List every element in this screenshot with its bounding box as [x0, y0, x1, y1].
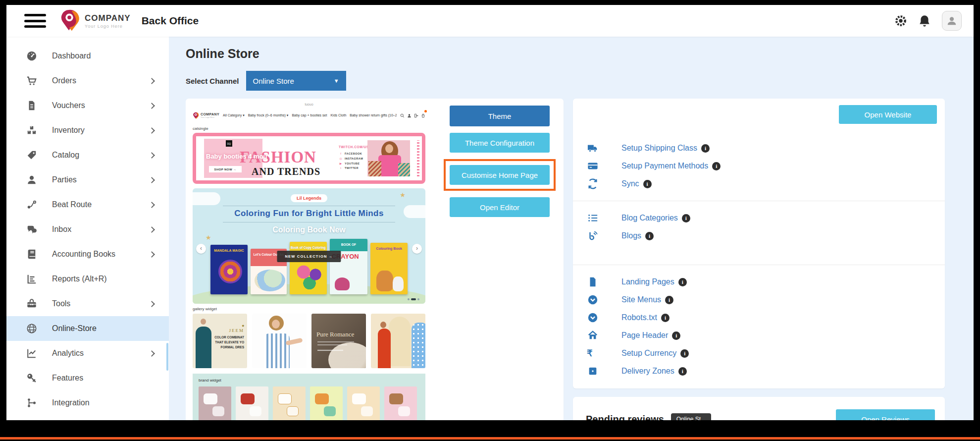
brand-card[interactable]: [347, 386, 380, 420]
sidebar-item-vouchers[interactable]: Vouchers: [6, 93, 169, 118]
site-menus-link[interactable]: Site Menus: [621, 295, 661, 304]
chevron-right-icon: [149, 127, 155, 134]
blogs-link[interactable]: Blogs: [621, 231, 641, 240]
link-row-robots-txt: Robots.txt i: [585, 309, 933, 327]
sidebar-item-inventory[interactable]: Inventory: [6, 118, 169, 143]
sidebar-item-online-store[interactable]: Online-Store: [6, 316, 169, 341]
preview-nav-item[interactable]: Baby shower return gifts (10–25 qty): [350, 113, 397, 117]
brand-card[interactable]: [384, 386, 417, 420]
preview-nav-item[interactable]: Baby frock (0–6 months) ▾: [248, 113, 289, 117]
analytics-line-chart-icon: [26, 348, 37, 359]
info-icon[interactable]: i: [712, 162, 721, 170]
sidebar-item-features[interactable]: Features: [6, 366, 169, 390]
theme-configuration-button[interactable]: Theme Configuration: [450, 133, 550, 153]
sidebar-item-orders[interactable]: Orders: [6, 68, 169, 93]
info-icon[interactable]: i: [678, 367, 687, 376]
preview-nav-item[interactable]: Baby cap + booties set: [292, 113, 327, 117]
info-icon[interactable]: i: [661, 314, 670, 322]
user-avatar[interactable]: [942, 11, 962, 31]
features-key-icon: [26, 373, 37, 384]
sync-link[interactable]: Sync: [621, 179, 639, 188]
link-row-blog-categories: Blog Categories i: [585, 209, 933, 227]
sidebar-item-beat-route[interactable]: Beat Route: [6, 192, 169, 217]
setup-shipping-class-link[interactable]: Setup Shipping Class: [621, 144, 697, 153]
sidebar-item-catalog[interactable]: Catalog: [6, 143, 169, 167]
sidebar-label: Analytics: [52, 349, 84, 358]
setup-payment-methods-link[interactable]: Setup Payment Methods: [621, 162, 708, 170]
open-reviews-button[interactable]: Open Reviews: [836, 409, 935, 420]
info-icon[interactable]: i: [701, 144, 710, 153]
gallery-card-pure-romance[interactable]: Pure Romance: [311, 314, 366, 368]
hamburger-menu-button[interactable]: [24, 14, 46, 28]
brand-card[interactable]: [199, 386, 231, 420]
widget-label-brand: brand widget: [199, 378, 419, 383]
preview-account-icon[interactable]: [407, 113, 412, 118]
info-icon[interactable]: i: [645, 232, 654, 240]
gallery-card-dresses[interactable]: [371, 314, 425, 368]
circle-chevron-down-icon: [587, 312, 599, 323]
gallery-card-striped-shirt[interactable]: [252, 314, 307, 368]
brand-card[interactable]: [273, 386, 306, 420]
bottom-accent-line: [0, 437, 980, 440]
screenshot-frame: COMPANY Your Logo Here Back Office: [0, 0, 980, 441]
website-preview-thumbnail[interactable]: luouo COMPANYYour Logo Here All Category…: [193, 103, 425, 420]
sidebar-item-dashboard[interactable]: Dashboard: [6, 44, 169, 68]
page-header-link[interactable]: Page Header: [621, 331, 668, 340]
sidebar-label: Inventory: [52, 126, 85, 135]
robots-txt-link[interactable]: Robots.txt: [621, 313, 657, 322]
info-icon[interactable]: i: [682, 214, 690, 222]
sidebar-item-reports[interactable]: Reports (Alt+R): [6, 267, 169, 291]
pending-reviews-card: Pending reviews Online St... Open Review…: [573, 397, 945, 420]
carousel-prev-arrow[interactable]: ‹: [196, 244, 206, 254]
sidebar-item-integration[interactable]: Integration: [6, 390, 169, 415]
theme-button[interactable]: Theme: [450, 106, 550, 126]
info-icon[interactable]: i: [678, 278, 687, 286]
open-editor-button[interactable]: Open Editor: [450, 197, 550, 217]
carousel-dots[interactable]: [408, 298, 419, 300]
preview-search-icon[interactable]: [400, 113, 405, 118]
link-row-blogs: Blogs i: [585, 227, 933, 245]
notifications-bell-icon[interactable]: [918, 14, 931, 27]
landing-pages-link[interactable]: Landing Pages: [621, 277, 674, 286]
preview-nav-item[interactable]: All Category ▾: [223, 113, 245, 117]
hero-shop-now-button[interactable]: SHOP NOW →: [209, 166, 242, 172]
info-icon[interactable]: i: [672, 331, 680, 340]
sidebar-item-tools[interactable]: Tools: [6, 291, 169, 316]
info-icon[interactable]: i: [643, 180, 652, 188]
sidebar-scrollbar-thumb[interactable]: [166, 343, 168, 371]
preview-nav-item[interactable]: Kids Cloth: [330, 113, 346, 117]
sidebar-item-accounting-books[interactable]: Accounting Books: [6, 242, 169, 267]
settings-gear-icon[interactable]: [894, 14, 907, 27]
preview-cart-icon[interactable]: [421, 113, 425, 118]
info-icon[interactable]: i: [665, 296, 673, 304]
rupee-icon: ₹: [587, 348, 599, 359]
carousel-next-arrow[interactable]: ›: [412, 244, 422, 254]
jeem-brand: JEEM: [214, 328, 244, 333]
sidebar-item-analytics[interactable]: Analytics: [6, 341, 169, 366]
inbox-chat-icon: [26, 224, 37, 235]
accounting-book-icon: [26, 249, 37, 260]
delivery-zones-link[interactable]: Delivery Zones: [621, 367, 674, 376]
preview-coloring-banner[interactable]: ★ ★ Lil Legends Coloring Fun for Bright …: [193, 188, 425, 304]
preview-brand-name: COMPANY: [201, 112, 219, 116]
blog-categories-link[interactable]: Blog Categories: [621, 214, 678, 222]
chevron-right-icon: [149, 301, 155, 307]
preview-hero-banner[interactable]: DQ Baby booties 4 mou FASHION AND TRENDS…: [193, 133, 425, 184]
sidebar-label: Parties: [52, 175, 77, 184]
preview-logout-icon[interactable]: [414, 113, 418, 118]
parties-person-icon: [26, 174, 37, 185]
gallery-card-jeem[interactable]: ◆ JEEM COLOR COMBINAT THAT ELEVATE YO FO…: [193, 314, 247, 368]
open-website-button[interactable]: Open Website: [839, 105, 937, 124]
book-cover-alphabet: Book of Copy Coloring: [290, 242, 327, 294]
brand-card[interactable]: [236, 386, 268, 420]
channel-select-dropdown[interactable]: Online Store ▼: [246, 71, 346, 91]
brand-card[interactable]: [310, 386, 343, 420]
info-icon[interactable]: i: [680, 349, 689, 358]
sidebar-item-parties[interactable]: Parties: [6, 167, 169, 192]
new-collection-button[interactable]: NEW COLLECTION →: [277, 251, 341, 262]
setup-currency-link[interactable]: Setup Currency: [621, 349, 676, 358]
sidebar-label: Inbox: [52, 225, 71, 234]
sidebar-item-inbox[interactable]: Inbox: [6, 217, 169, 242]
social-label: YOUTUBE: [345, 162, 360, 165]
customise-home-page-button[interactable]: Customise Home Page: [450, 165, 550, 185]
